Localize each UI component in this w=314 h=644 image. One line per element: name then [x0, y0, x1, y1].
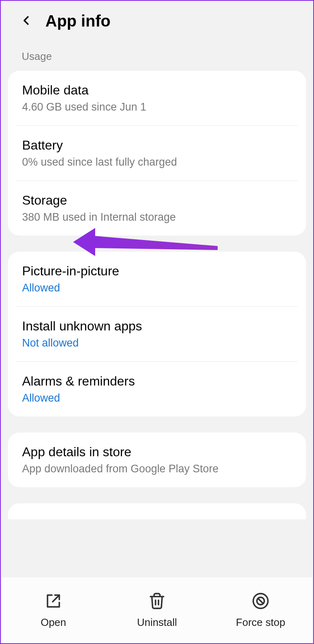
- alarms-status: Allowed: [22, 392, 292, 404]
- battery-row[interactable]: Battery 0% used since last fully charged: [8, 126, 306, 180]
- pip-row[interactable]: Picture-in-picture Allowed: [8, 252, 306, 306]
- force-stop-button[interactable]: Force stop: [209, 592, 312, 629]
- open-label: Open: [41, 616, 66, 629]
- battery-title: Battery: [22, 138, 292, 153]
- force-stop-label: Force stop: [236, 616, 285, 629]
- mobile-data-title: Mobile data: [22, 83, 292, 98]
- svg-line-1: [53, 595, 59, 602]
- usage-section-label: Usage: [1, 50, 313, 71]
- pip-status: Allowed: [22, 282, 292, 294]
- storage-title: Storage: [22, 193, 292, 208]
- trash-icon: [148, 592, 166, 611]
- stop-icon: [252, 592, 269, 611]
- pip-title: Picture-in-picture: [22, 264, 292, 279]
- alarms-title: Alarms & reminders: [22, 374, 292, 389]
- open-icon: [45, 592, 62, 611]
- storage-row[interactable]: Storage 380 MB used in Internal storage: [8, 181, 306, 236]
- uninstall-label: Uninstall: [137, 616, 177, 629]
- open-button[interactable]: Open: [2, 592, 105, 629]
- bottom-action-bar: Open Uninstall Force stop: [2, 577, 312, 643]
- usage-card: Mobile data 4.60 GB used since Jun 1 Bat…: [8, 71, 306, 236]
- storage-subtitle: 380 MB used in Internal storage: [22, 211, 292, 224]
- unknown-apps-row[interactable]: Install unknown apps Not allowed: [8, 307, 306, 361]
- mobile-data-row[interactable]: Mobile data 4.60 GB used since Jun 1: [8, 71, 306, 125]
- header-bar: App info: [1, 1, 313, 50]
- store-title: App details in store: [22, 445, 292, 459]
- uninstall-button[interactable]: Uninstall: [105, 592, 209, 629]
- svg-line-6: [258, 598, 263, 603]
- back-icon[interactable]: [19, 13, 33, 29]
- store-subtitle: App downloaded from Google Play Store: [22, 463, 292, 475]
- unknown-apps-status: Not allowed: [22, 337, 292, 349]
- partial-card: [8, 503, 306, 519]
- store-card: App details in store App downloaded from…: [8, 433, 306, 487]
- page-title: App info: [45, 12, 110, 30]
- permissions-card: Picture-in-picture Allowed Install unkno…: [8, 252, 306, 416]
- alarms-row[interactable]: Alarms & reminders Allowed: [8, 362, 306, 416]
- unknown-apps-title: Install unknown apps: [22, 319, 292, 334]
- store-details-row[interactable]: App details in store App downloaded from…: [8, 433, 306, 487]
- battery-subtitle: 0% used since last fully charged: [22, 156, 292, 168]
- mobile-data-subtitle: 4.60 GB used since Jun 1: [22, 101, 292, 113]
